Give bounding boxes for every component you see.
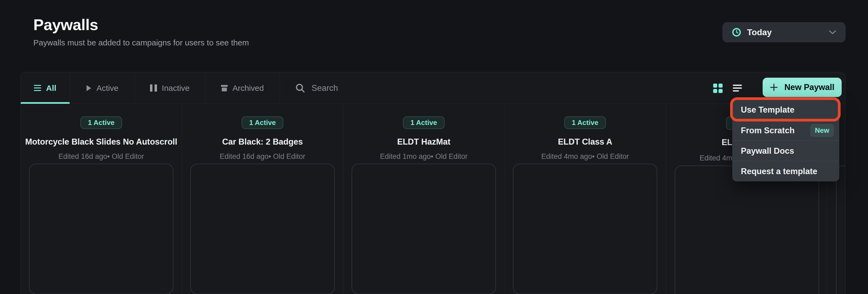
menu-item-label: Paywall Docs	[741, 146, 794, 156]
status-badge: 1 Active	[242, 117, 283, 129]
paywall-edited-meta: Edited 16d ago• Old Editor	[220, 152, 305, 161]
status-badge: 1 Active	[403, 117, 445, 129]
new-paywall-label: New Paywall	[784, 83, 834, 92]
paywall-preview[interactable]	[190, 164, 335, 294]
search-input[interactable]	[312, 83, 473, 93]
tab-inactive[interactable]: Inactive	[135, 72, 205, 104]
paywall-card-grid: 1 Active Motorcycle Black Slides No Auto…	[21, 104, 845, 294]
paywall-edited-meta: Edited 16d ago• Old Editor	[58, 152, 144, 161]
active-tab-indicator	[21, 102, 70, 104]
chevron-down-icon	[829, 30, 836, 34]
paywall-card[interactable]: 1 Active Car Black: 2 Badges Edited 16d …	[182, 104, 343, 294]
tab-archived-label: Archived	[232, 84, 264, 93]
paywall-preview	[836, 166, 845, 294]
clock-icon	[732, 28, 741, 37]
paywall-edited-meta: Edited 1mo ago• Old Editor	[380, 152, 467, 161]
paywall-card[interactable]: 1 Active ELDT Class A Edited 4mo ago• Ol…	[504, 104, 666, 294]
tab-active[interactable]: Active	[70, 72, 135, 104]
new-paywall-menu: Use Template From Scratch New Paywall Do…	[732, 100, 839, 182]
paywall-title: ELDT Class A	[558, 137, 612, 147]
new-badge: New	[810, 124, 834, 137]
tab-active-label: Active	[96, 84, 119, 93]
paywall-title: EL	[721, 138, 732, 147]
paywall-title: Motorcycle Black Slides No Autoscroll	[25, 137, 178, 147]
menu-item-label: Use Template	[741, 105, 794, 115]
play-icon	[86, 85, 92, 92]
paywall-edited-meta: Edited 4mo ago• Old Editor	[541, 152, 629, 161]
menu-item-use-template[interactable]: Use Template	[732, 100, 839, 120]
tab-inactive-label: Inactive	[162, 84, 189, 93]
menu-item-request-template[interactable]: Request a template	[732, 161, 839, 182]
pause-icon	[150, 85, 157, 92]
tab-all[interactable]: All	[21, 72, 70, 104]
today-label: Today	[747, 27, 772, 37]
page-title: Paywalls	[33, 15, 98, 34]
search-box	[280, 72, 845, 104]
menu-item-paywall-docs[interactable]: Paywall Docs	[732, 140, 839, 161]
paywall-title: Car Black: 2 Badges	[222, 137, 303, 147]
paywall-preview[interactable]	[675, 166, 819, 294]
status-badge: 1 Active	[81, 117, 122, 129]
plus-icon	[770, 83, 778, 91]
archive-icon	[221, 85, 228, 91]
paywall-card[interactable]: 1 Active ELDT HazMat Edited 1mo ago• Old…	[343, 104, 504, 294]
grid-view-icon[interactable]	[713, 84, 722, 93]
new-paywall-button[interactable]: New Paywall	[763, 78, 842, 97]
paywall-preview[interactable]	[351, 164, 496, 294]
menu-item-label: From Scratch	[741, 126, 795, 135]
today-dropdown-button[interactable]: Today	[722, 22, 845, 42]
page-subtitle: Paywalls must be added to campaigns for …	[33, 38, 249, 47]
menu-item-label: Request a template	[741, 167, 817, 176]
tab-archived[interactable]: Archived	[205, 72, 280, 104]
paywall-preview[interactable]	[29, 164, 174, 294]
menu-lines-icon	[34, 85, 41, 91]
paywall-edited-meta: Edited 4m	[700, 154, 732, 162]
paywall-preview[interactable]	[513, 164, 657, 294]
tab-bar: All Active Inactive Archived	[21, 72, 845, 104]
paywall-card[interactable]: 1 Active Motorcycle Black Slides No Auto…	[21, 104, 182, 294]
search-icon	[296, 83, 305, 93]
paywall-title: ELDT HazMat	[397, 137, 450, 147]
tab-all-label: All	[46, 84, 56, 93]
list-view-icon[interactable]	[733, 85, 742, 92]
menu-item-from-scratch[interactable]: From Scratch New	[732, 120, 839, 140]
status-badge: 1 Active	[564, 117, 606, 129]
paywalls-panel: All Active Inactive Archived	[21, 72, 845, 294]
